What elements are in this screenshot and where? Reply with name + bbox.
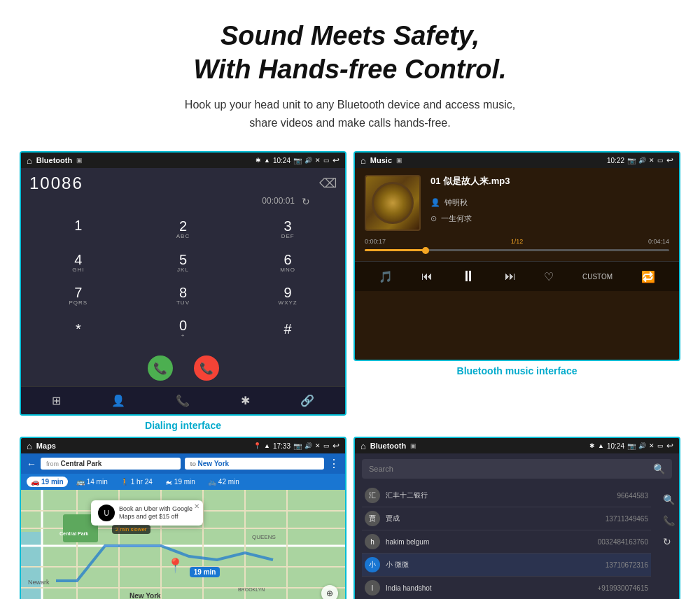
dialing-time: 10:24 [273, 157, 290, 164]
map-back-icon[interactable]: ↩ [332, 441, 340, 451]
transport-bus[interactable]: 🚌 14 min [72, 477, 112, 487]
search-placeholder: Search [369, 465, 393, 473]
phonebook-wrapper: Search 🔍 汇 汇丰十二银行 96644583 贾 贾成 13711349… [355, 459, 679, 599]
music-camera-icon: 📷 [627, 157, 636, 164]
pb-time: 10:24 [607, 442, 624, 450]
key-4[interactable]: 4GHI [27, 247, 130, 279]
key-5[interactable]: 5JKL [132, 247, 235, 279]
key-7[interactable]: 7PQRS [27, 280, 130, 311]
contact-avatar-4: I [365, 580, 380, 596]
phone-icon[interactable]: 📞 [170, 391, 195, 410]
progress-dot [422, 247, 429, 254]
pb-sync-right-icon[interactable]: ↻ [663, 536, 675, 547]
map-frame: ⌂ Maps 📍 ▲ 17:33 📷 🔊 ✕ ▭ ↩ ← fro [20, 437, 346, 599]
progress-bar-bg[interactable] [365, 249, 669, 251]
uber-icon: U [98, 505, 115, 521]
contact-4[interactable]: I India handshot +919930074615 [362, 577, 651, 599]
apps-icon[interactable]: ⊞ [46, 391, 66, 410]
key-6[interactable]: 6MNO [236, 247, 340, 279]
svg-text:Central Park: Central Park [59, 531, 88, 536]
volume-icon: 🔊 [304, 157, 312, 164]
transport-bike[interactable]: 🚲 42 min [204, 477, 244, 487]
track-count: 1/12 [511, 238, 524, 245]
music-artist-row: 👤 钟明秋 [430, 197, 669, 208]
contact-1[interactable]: 贾 贾成 13711349465 [362, 507, 651, 530]
key-1[interactable]: 1 [27, 213, 130, 246]
current-time: 0:00:17 [365, 238, 386, 245]
key-star[interactable]: * [27, 313, 130, 344]
dial-bluetooth-icon[interactable]: ✱ [235, 391, 255, 410]
transport-moto[interactable]: 🏍 19 min [161, 477, 200, 487]
music-home-icon[interactable]: ⌂ [360, 155, 366, 166]
contact-3[interactable]: 小 小 微微 13710672316 [362, 554, 651, 577]
contact-number-4: +919930074615 [597, 584, 648, 592]
music-back-icon[interactable]: ↩ [666, 155, 673, 165]
playlist-icon[interactable]: 🎵 [379, 270, 393, 283]
contact-list: 汇 汇丰十二银行 96644583 贾 贾成 13711349465 h hak… [355, 484, 679, 599]
pb-call-right-icon[interactable]: 📞 [663, 515, 675, 526]
map-back-button[interactable]: ← [27, 458, 36, 470]
back-icon[interactable]: ↩ [332, 155, 340, 165]
key-hash[interactable]: # [236, 313, 340, 344]
map-compass[interactable]: ⊕ [321, 585, 338, 599]
music-screen-icon: ▣ [396, 157, 402, 164]
map-home-icon[interactable]: ⌂ [27, 441, 32, 451]
repeat-icon[interactable]: 🔁 [641, 270, 655, 283]
music-label: Bluetooth music interface [457, 365, 578, 376]
pb-wifi-icon: ▲ [598, 442, 604, 449]
dialing-block: ⌂ Bluetooth ▣ ✱ ▲ 10:24 📷 🔊 ✕ ▭ ↩ 10086 [20, 151, 346, 431]
map-area: Newark Central Park New York QUEENS BROO… [21, 490, 345, 599]
heart-icon[interactable]: ♡ [544, 270, 554, 283]
music-x-icon: ✕ [649, 157, 654, 164]
from-input[interactable]: from Central Park [41, 458, 181, 470]
slower-badge: 2 min slower [112, 525, 150, 534]
to-input[interactable]: to New York [185, 458, 325, 470]
refresh-icon[interactable]: ↻ [302, 196, 310, 207]
dialed-number: 10086 [29, 174, 83, 193]
dialing-status-bar: ⌂ Bluetooth ▣ ✱ ▲ 10:24 📷 🔊 ✕ ▭ ↩ [21, 153, 345, 168]
transport-walk[interactable]: 🚶 1 hr 24 [116, 477, 157, 487]
map-camera-icon: 📷 [293, 442, 302, 450]
contacts-icon[interactable]: 👤 [106, 391, 131, 410]
key-8[interactable]: 8TUV [132, 280, 235, 311]
dial-actions: 📞 📞 [21, 350, 345, 386]
next-icon[interactable]: ⏭ [505, 270, 516, 283]
answer-call-button[interactable]: 📞 [148, 355, 173, 381]
call-timer: 00:00:01 [262, 196, 295, 207]
song-title: 01 似是故人来.mp3 [430, 175, 669, 188]
svg-text:New York: New York [130, 592, 161, 599]
ad-close-icon[interactable]: ✕ [194, 502, 200, 510]
pb-bluetooth-icon: ✱ [589, 442, 595, 449]
map-more-icon[interactable]: ⋮ [328, 457, 340, 470]
contact-name-1: 贾成 [386, 514, 600, 523]
key-9[interactable]: 9WXYZ [236, 280, 340, 311]
total-time: 0:04:14 [648, 238, 669, 245]
search-bar[interactable]: Search 🔍 [362, 459, 672, 479]
pb-search-right-icon[interactable]: 🔍 [663, 494, 675, 505]
search-icon[interactable]: 🔍 [653, 463, 665, 474]
map-status-title: Maps [36, 442, 56, 450]
home-icon[interactable]: ⌂ [27, 155, 32, 166]
music-album-row: ⊙ 一生何求 [430, 213, 669, 224]
key-0[interactable]: 0+ [132, 313, 235, 344]
pb-back-icon[interactable]: ↩ [666, 441, 673, 451]
prev-icon[interactable]: ⏮ [421, 270, 433, 283]
contact-0[interactable]: 汇 汇丰十二银行 96644583 [362, 484, 651, 507]
duration-badge: 19 min [190, 567, 220, 577]
custom-label[interactable]: CUSTOM [582, 273, 612, 281]
key-2[interactable]: 2ABC [132, 213, 235, 246]
pause-icon[interactable]: ⏸ [461, 267, 476, 286]
music-status-title: Music [370, 156, 392, 164]
contact-number-1: 13711349465 [606, 515, 648, 523]
transport-car[interactable]: 🚗 19 min [27, 477, 68, 487]
album-icon: ⊙ [430, 214, 437, 223]
map-pin-icon: 📍 [167, 557, 184, 574]
pb-minimize-icon: ▭ [657, 442, 664, 449]
pb-status-title: Bluetooth [370, 442, 406, 450]
backspace-icon[interactable]: ⌫ [319, 176, 337, 191]
dial-link-icon[interactable]: 🔗 [295, 391, 320, 410]
contact-2[interactable]: h hakim belgum 0032484163760 [362, 530, 651, 554]
end-call-button[interactable]: 📞 [194, 355, 219, 381]
pb-home-icon[interactable]: ⌂ [360, 441, 366, 451]
key-3[interactable]: 3DEF [236, 213, 340, 246]
